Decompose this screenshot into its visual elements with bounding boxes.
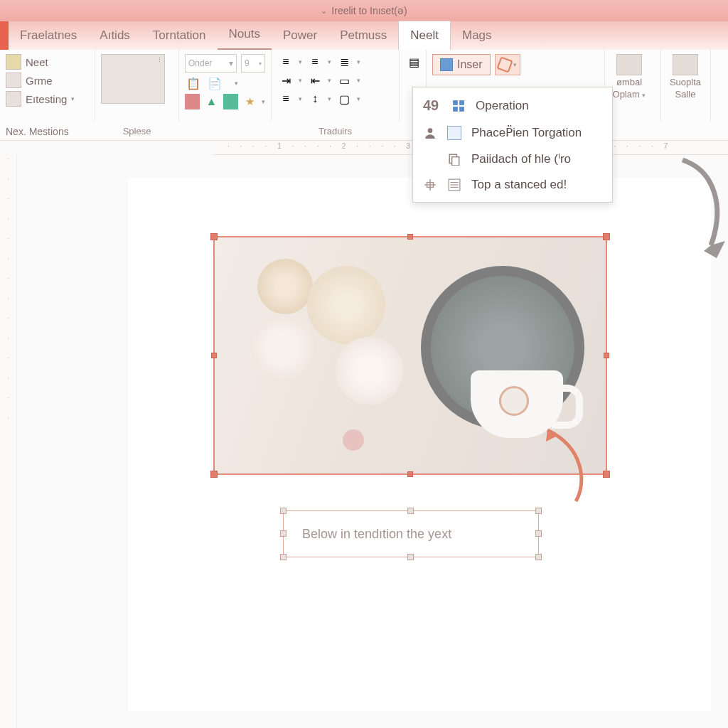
symbol-button[interactable]: ømbal Oplam ▾ <box>611 54 648 100</box>
symbol-icon <box>616 54 642 75</box>
list-icon[interactable]: ≣ <box>336 54 353 70</box>
inser-split-button[interactable]: Inser <box>432 54 491 75</box>
tab-petmuss[interactable]: Petmuss <box>328 21 398 50</box>
supply-icon <box>673 54 698 75</box>
outdent-icon[interactable]: ⇤ <box>306 73 323 88</box>
inser-label: Inser <box>457 58 483 71</box>
tab-strip: Fraelatnes Aıtids Torntation Nouts Power… <box>0 21 728 50</box>
document-title: Ireelit to Inıset(ə) <box>331 5 407 16</box>
dd-item-operation[interactable]: 49 Operation <box>413 92 612 119</box>
spacing-icon[interactable]: ↕ <box>306 91 323 107</box>
copy-icon[interactable]: 📋 <box>185 75 202 91</box>
ribbon-group-symbol: ømbal Oplam ▾ <box>604 50 661 121</box>
color-a-icon[interactable] <box>185 94 200 109</box>
resize-handle-tl[interactable] <box>280 508 287 514</box>
group-label-nex: Nex. Mestions <box>6 126 69 137</box>
gallery-expand-icon[interactable]: ⋮ <box>156 56 163 63</box>
font-size-combo[interactable]: 9▾ <box>241 54 265 73</box>
image-content <box>215 237 606 473</box>
paste-icon[interactable]: 📄 <box>206 75 223 91</box>
ribbon-group-font: Onder▾ 9▾ 📋 📄 ▾ ▲ ★ ▾ <box>179 50 272 121</box>
badge-number: 49 <box>423 97 441 114</box>
resize-handle-tm[interactable] <box>407 234 413 240</box>
svg-rect-6 <box>452 156 459 165</box>
dd-label: PhaceP̈ien Torgation <box>471 125 582 140</box>
align-left-icon[interactable]: ≡ <box>277 54 294 70</box>
misc-icon[interactable]: ▤ <box>405 54 422 70</box>
lines-icon <box>447 178 461 192</box>
shape-gallery[interactable]: ⋮ <box>101 54 165 104</box>
color-b-icon[interactable] <box>223 94 238 109</box>
columns-icon[interactable]: ▭ <box>336 73 353 88</box>
insert-object-icon <box>440 58 453 71</box>
caption-text: Below in tendıtion the yext <box>302 527 451 542</box>
border-icon[interactable]: ▢ <box>336 91 353 107</box>
neet-button[interactable]: Neet <box>26 56 48 68</box>
grid-icon <box>6 73 21 88</box>
ribbon-group-gallery: ⋮ Splese <box>95 50 179 121</box>
rotate-icon <box>496 56 513 73</box>
chevron-down-icon[interactable]: ▾ <box>262 98 265 105</box>
chevron-down-icon[interactable]: ▾ <box>71 95 75 102</box>
svg-rect-2 <box>453 107 458 112</box>
vertical-ruler[interactable]: ·············· <box>0 155 17 728</box>
tab-nouts[interactable]: Nouts <box>218 20 272 50</box>
ribbon: Neet Grme Eıtesting▾ ⋮ Splese Onder▾ 9▾ … <box>0 50 728 141</box>
inser-dropdown-menu: 49 Operation PhaceP̈ien Torgation Paiida… <box>412 87 613 203</box>
title-bar: ⌄ Ireelit to Inıset(ə) <box>0 0 728 21</box>
dd-item-phacepien[interactable]: PhaceP̈ien Torgation <box>413 119 612 146</box>
svg-rect-3 <box>459 107 464 112</box>
dd-label: Paiidach of hle (ˡro <box>471 151 571 166</box>
svg-rect-0 <box>453 100 458 105</box>
justify-icon[interactable]: ≡ <box>277 91 294 107</box>
ribbon-group-paragraph: ≡▾ ≡▾ ≣▾ ⇥▾ ⇤▾ ▭▾ ≡▾ ↕▾ ▢▾ Traduirs <box>272 50 400 121</box>
shape-icon[interactable]: ▲ <box>204 94 219 109</box>
grme-button[interactable]: Grme <box>26 75 53 87</box>
resize-handle-bm[interactable] <box>407 471 413 477</box>
resize-handle-bm[interactable] <box>407 554 414 560</box>
existing-button[interactable]: Eıtesting <box>26 93 67 105</box>
chevron-down-icon: ⌄ <box>321 6 327 16</box>
indent-icon[interactable]: ⇥ <box>277 73 294 88</box>
font-combo[interactable]: Onder▾ <box>185 54 237 73</box>
app-menu-button[interactable] <box>0 21 9 50</box>
align-center-icon <box>423 178 437 192</box>
resize-handle-br[interactable] <box>603 471 610 478</box>
dropdown-icon[interactable]: ▾ <box>228 75 245 91</box>
resize-handle-tr[interactable] <box>535 508 542 514</box>
caption-text-box[interactable]: Below in tendıtion the yext <box>283 510 539 557</box>
person-icon <box>423 126 437 140</box>
resize-handle-ml[interactable] <box>211 353 217 358</box>
dd-label: Operation <box>476 99 529 113</box>
copy-icon <box>447 152 461 166</box>
resize-handle-br[interactable] <box>535 554 542 560</box>
dd-item-top-stanced[interactable]: Top a stanced ed! <box>413 172 612 198</box>
resize-handle-tm[interactable] <box>407 508 414 514</box>
tiles-icon <box>451 99 466 113</box>
resize-handle-tl[interactable] <box>210 233 218 240</box>
svg-point-4 <box>428 128 433 133</box>
dd-label: Top a stanced ed! <box>471 178 567 192</box>
resize-handle-tr[interactable] <box>603 233 610 240</box>
tab-power[interactable]: Power <box>272 21 328 50</box>
supply-button[interactable]: Suoplta Salle <box>667 54 704 100</box>
tab-torntation[interactable]: Torntation <box>141 21 218 50</box>
star-icon[interactable]: ★ <box>242 94 257 109</box>
group-label: Traduirs <box>272 126 399 136</box>
tab-neelt[interactable]: Neelt <box>398 21 451 50</box>
align-center-icon[interactable]: ≡ <box>306 54 323 70</box>
resize-handle-ml[interactable] <box>280 530 287 537</box>
svg-rect-1 <box>459 100 464 105</box>
rotate-button[interactable]: ▾ <box>495 54 520 75</box>
resize-handle-mr[interactable] <box>604 353 609 358</box>
tab-aitids[interactable]: Aıtids <box>88 21 141 50</box>
tab-fraelatnes[interactable]: Fraelatnes <box>9 21 88 50</box>
resize-handle-bl[interactable] <box>280 554 287 560</box>
document-icon <box>447 126 461 140</box>
resize-handle-bl[interactable] <box>210 471 218 478</box>
resize-handle-mr[interactable] <box>535 530 542 537</box>
tab-mags[interactable]: Mags <box>451 21 503 50</box>
group-label: Splese <box>95 126 178 136</box>
selected-image[interactable] <box>213 236 607 475</box>
dd-item-paidach[interactable]: Paiidach of hle (ˡro <box>413 146 612 172</box>
